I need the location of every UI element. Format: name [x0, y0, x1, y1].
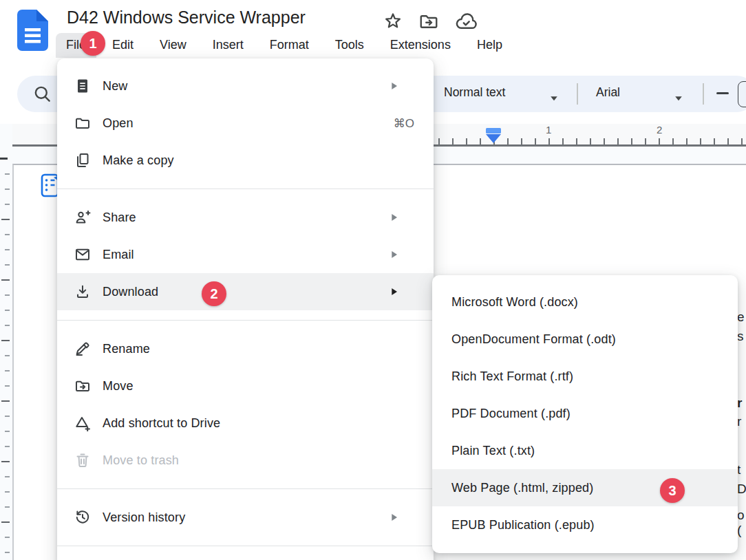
ruler-tick — [631, 138, 632, 144]
vertical-ruler-tick — [1, 521, 10, 523]
file-menu-item-open[interactable]: Open⌘O — [57, 105, 434, 142]
file-menu-item-label: Open — [103, 116, 134, 131]
ruler-tick — [466, 138, 467, 144]
download-submenu-item-label: EPUB Publication (.epub) — [451, 518, 595, 532]
vertical-ruler-tick — [1, 461, 10, 462]
decrease-font-size-button[interactable] — [716, 92, 729, 94]
file-menu-item-label: Make a copy — [103, 153, 174, 168]
menubar-item-extensions[interactable]: Extensions — [380, 33, 461, 58]
ruler-tick — [576, 138, 577, 144]
vertical-ruler-tick — [5, 204, 10, 205]
file-menu-item-rename[interactable]: Rename — [57, 330, 434, 367]
vertical-ruler-tick — [5, 294, 10, 296]
ruler-tick — [562, 138, 564, 144]
vertical-ruler-tick — [1, 219, 10, 220]
menubar-item-tools[interactable]: Tools — [325, 33, 374, 58]
vertical-ruler-tick — [5, 249, 10, 250]
vertical-ruler-tick — [5, 370, 10, 371]
file-menu-item-label: Move to trash — [103, 453, 179, 468]
download-submenu-item-label: Microsoft Word (.docx) — [451, 295, 578, 310]
ruler-tick — [507, 138, 509, 144]
vertical-ruler-tick — [5, 325, 10, 326]
font-selector[interactable]: Arial — [596, 85, 620, 100]
menubar-item-edit[interactable]: Edit — [102, 33, 144, 58]
document-title[interactable]: D42 Windows Service Wrapper — [67, 8, 306, 28]
move-to-folder-icon[interactable] — [418, 11, 439, 32]
chevron-down-icon[interactable] — [674, 91, 683, 97]
download-submenu-item-opendocument-format-odt[interactable]: OpenDocument Format (.odt) — [432, 321, 738, 358]
rename-icon — [74, 341, 91, 357]
file-menu-item-share[interactable]: Share — [57, 199, 434, 236]
vertical-ruler-tick — [1, 340, 10, 341]
download-submenu-item-pdf-document-pdf[interactable]: PDF Document (.pdf) — [432, 395, 738, 432]
menubar-item-insert[interactable]: Insert — [202, 33, 254, 58]
download-submenu-item-web-page-html-zipped[interactable]: Web Page (.html, zipped) — [432, 469, 738, 506]
ruler-tick — [617, 138, 619, 144]
vertical-ruler-tick — [5, 310, 10, 311]
download-submenu: Microsoft Word (.docx)OpenDocument Forma… — [432, 275, 738, 553]
submenu-arrow-icon — [391, 288, 398, 296]
ruler-tick — [548, 138, 550, 144]
ruler-tick — [700, 138, 701, 144]
file-menu-item-move-to-trash[interactable]: Move to trash — [57, 442, 434, 479]
ruler-number: 2 — [657, 124, 662, 136]
move-icon — [74, 378, 91, 394]
vertical-ruler-tick — [5, 173, 10, 175]
file-menu-item-add-shortcut-to-drive[interactable]: Add shortcut to Drive — [57, 405, 434, 442]
google-docs-logo[interactable] — [17, 10, 48, 51]
ruler-tick — [686, 138, 688, 144]
file-menu-item-email[interactable]: Email — [57, 236, 434, 273]
trash-icon — [74, 452, 91, 469]
vertical-ruler-tick — [5, 355, 10, 356]
email-icon — [74, 246, 91, 263]
font-size-input[interactable] — [738, 81, 746, 107]
document-text-fragment: r — [737, 396, 742, 411]
step-badge-1: 1 — [81, 31, 105, 56]
file-menu: NewOpen⌘OMake a copyShareEmailDownloadRe… — [57, 58, 434, 560]
download-submenu-item-epub-publication-epub[interactable]: EPUB Publication (.epub) — [432, 506, 738, 543]
ruler-tick — [727, 138, 729, 144]
version-history-icon — [74, 509, 91, 526]
toolbar-separator — [703, 83, 704, 105]
download-submenu-item-rich-text-format-rtf[interactable]: Rich Text Format (.rtf) — [432, 358, 738, 395]
vertical-ruler-tick — [5, 446, 10, 447]
vertical-ruler-tick — [5, 234, 10, 235]
star-icon[interactable] — [383, 11, 403, 32]
file-menu-item-move[interactable]: Move — [57, 367, 434, 405]
download-icon — [74, 283, 91, 300]
keyboard-shortcut: ⌘O — [394, 116, 417, 131]
file-menu-item-label: Rename — [103, 342, 150, 356]
file-menu-item-label: Move — [103, 379, 134, 394]
vertical-ruler-tick — [1, 400, 10, 402]
vertical-ruler-tick — [5, 506, 10, 508]
vertical-ruler-tick — [5, 385, 10, 387]
download-submenu-item-label: Web Page (.html, zipped) — [451, 481, 593, 495]
file-menu-item-new[interactable]: New — [57, 67, 434, 105]
ruler-indent-marker-bar[interactable] — [486, 128, 501, 133]
file-menu-item-download[interactable]: Download — [57, 273, 434, 310]
file-menu-item-version-history[interactable]: Version history — [57, 499, 434, 536]
toolbar-separator — [577, 83, 578, 105]
step-badge-2: 2 — [202, 281, 226, 306]
download-submenu-item-microsoft-word-docx[interactable]: Microsoft Word (.docx) — [432, 283, 738, 321]
download-submenu-item-plain-text-txt[interactable]: Plain Text (.txt) — [432, 432, 738, 469]
menubar-item-help[interactable]: Help — [467, 33, 513, 58]
vertical-ruler-tick — [5, 552, 10, 553]
ruler-tick — [590, 138, 591, 144]
cloud-saved-icon[interactable] — [455, 11, 478, 32]
file-menu-item-label: Version history — [103, 510, 185, 525]
file-menu-item-make-a-copy[interactable]: Make a copy — [57, 142, 434, 179]
download-submenu-item-label: PDF Document (.pdf) — [451, 407, 571, 421]
menubar-item-format[interactable]: Format — [259, 33, 319, 58]
ruler-tick — [438, 138, 440, 144]
document-tabs-icon[interactable] — [41, 171, 59, 197]
ruler-tick — [535, 138, 536, 144]
vertical-ruler-tick — [5, 431, 10, 432]
ruler-indent-marker-triangle[interactable] — [486, 134, 501, 143]
menubar-item-view[interactable]: View — [149, 33, 197, 58]
paragraph-style-selector[interactable]: Normal text — [444, 85, 505, 100]
search-icon[interactable] — [32, 84, 52, 104]
document-text-fragment: D — [737, 482, 746, 497]
file-menu-item-label: New — [103, 79, 127, 94]
chevron-down-icon[interactable] — [550, 91, 558, 97]
